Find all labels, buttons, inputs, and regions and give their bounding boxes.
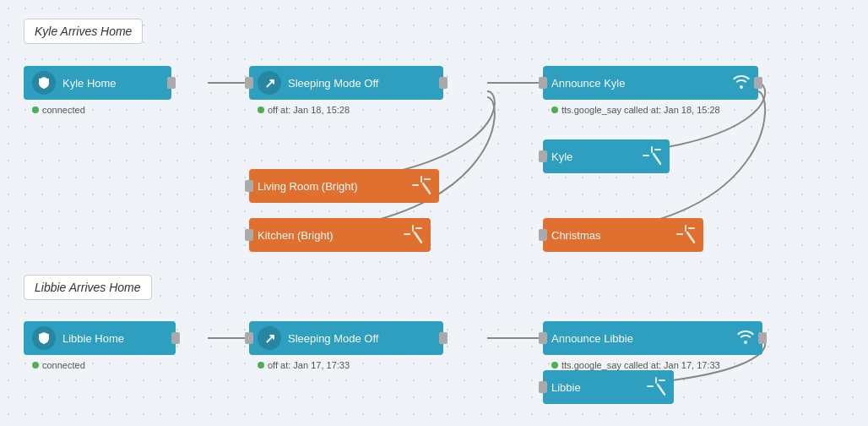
wand-icon-kitchen — [404, 225, 422, 246]
christmas-label: Christmas — [551, 229, 601, 242]
announce-kyle-port-right — [754, 77, 762, 89]
wand-icon-kyle — [643, 146, 661, 167]
sleeping-mode-off-2-node[interactable]: ↗ Sleeping Mode Off off at: Jan 17, 17:3… — [249, 321, 443, 355]
svg-rect-17 — [659, 380, 665, 381]
kyle-node[interactable]: Kyle — [543, 139, 670, 173]
svg-rect-4 — [420, 176, 422, 183]
kyle-port-left — [539, 150, 547, 162]
announce-libbie-status-dot — [551, 362, 558, 369]
libbie-node[interactable]: Libbie — [543, 370, 674, 404]
svg-line-7 — [423, 183, 431, 194]
svg-rect-8 — [412, 225, 414, 232]
living-room-label: Living Room (Bright) — [258, 180, 358, 193]
svg-line-19 — [658, 385, 665, 396]
kyle-home-status-dot — [32, 106, 39, 113]
living-room-node[interactable]: Living Room (Bright) — [249, 169, 439, 203]
flow1-title-label: Kyle Arrives Home — [24, 19, 143, 44]
sleeping-mode-off-1-label: Sleeping Mode Off — [288, 77, 378, 90]
announce-kyle-port-left — [539, 77, 547, 89]
announce-kyle-status: tts.google_say called at: Jan 18, 15:28 — [551, 105, 720, 115]
arrow-up-right-icon: ↗ — [258, 71, 281, 95]
arrow-up-right-icon-2: ↗ — [258, 326, 281, 350]
announce-kyle-label: Announce Kyle — [551, 77, 625, 90]
connections-svg — [0, 0, 868, 426]
kitchen-node[interactable]: Kitchen (Bright) — [249, 218, 431, 252]
libbie-home-status-dot — [32, 362, 39, 369]
svg-rect-14 — [676, 233, 683, 235]
libbie-home-node[interactable]: Libbie Home connected — [24, 321, 176, 355]
svg-rect-6 — [412, 184, 419, 186]
kyle-home-label: Kyle Home — [62, 77, 117, 90]
kyle-home-node[interactable]: Kyle Home connected — [24, 66, 171, 100]
sleeping-mode-off-2-status-dot — [258, 362, 264, 369]
svg-rect-2 — [643, 155, 649, 156]
shield-icon — [32, 71, 56, 95]
svg-rect-5 — [424, 178, 431, 180]
wifi-icon-announce-kyle — [733, 75, 750, 91]
libbie-port-left — [539, 381, 547, 393]
svg-line-11 — [415, 232, 422, 243]
sleeping-mode-off-1-status-dot — [258, 106, 264, 113]
svg-rect-12 — [685, 225, 686, 232]
sleeping-mode-off-2-status: off at: Jan 17, 17:33 — [258, 360, 350, 370]
libbie-home-port-right — [171, 332, 180, 344]
announce-libbie-status: tts.google_say called at: Jan 17, 17:33 — [551, 360, 720, 370]
living-room-port-left — [245, 180, 253, 192]
svg-line-3 — [654, 154, 661, 165]
christmas-port-left — [539, 229, 547, 241]
wifi-icon-announce-libbie — [737, 330, 754, 347]
announce-libbie-port-right — [758, 332, 767, 344]
sleeping-mode-off-2-label: Sleeping Mode Off — [288, 332, 378, 345]
flow2-title-label: Libbie Arrives Home — [24, 275, 152, 300]
announce-libbie-port-left — [539, 332, 547, 344]
svg-rect-16 — [655, 377, 657, 384]
svg-rect-9 — [415, 227, 422, 229]
kyle-label: Kyle — [551, 150, 572, 163]
svg-rect-0 — [651, 146, 653, 153]
libbie-label: Libbie — [551, 381, 581, 394]
sleeping-mode-off-2-port-left — [245, 332, 253, 344]
libbie-home-label: Libbie Home — [62, 332, 124, 345]
sleeping-mode-off-1-port-left — [245, 77, 253, 89]
svg-rect-10 — [404, 233, 410, 235]
kitchen-label: Kitchen (Bright) — [258, 229, 334, 242]
svg-rect-1 — [654, 149, 661, 150]
svg-line-15 — [687, 232, 695, 243]
sleeping-mode-off-1-status: off at: Jan 18, 15:28 — [258, 105, 350, 115]
libbie-home-status: connected — [32, 360, 85, 370]
kyle-home-status: connected — [32, 105, 85, 115]
wand-icon-christmas — [676, 225, 695, 246]
announce-kyle-status-dot — [551, 106, 558, 113]
shield-icon-libbie — [32, 326, 56, 350]
christmas-node[interactable]: Christmas — [543, 218, 703, 252]
wand-icon-libbie — [647, 377, 665, 398]
sleeping-mode-off-1-node[interactable]: ↗ Sleeping Mode Off off at: Jan 18, 15:2… — [249, 66, 443, 100]
sleeping-mode-off-2-port-right — [439, 332, 448, 344]
flow-canvas: Kyle Arrives Home Kyle Home connected ↗ … — [0, 0, 868, 426]
announce-kyle-node[interactable]: Announce Kyle tts.google_say called at: … — [543, 66, 758, 100]
announce-libbie-node[interactable]: Announce Libbie tts.google_say called at… — [543, 321, 762, 355]
sleeping-mode-off-1-port-right — [439, 77, 448, 89]
svg-rect-13 — [688, 227, 695, 229]
kitchen-port-left — [245, 229, 253, 241]
announce-libbie-label: Announce Libbie — [551, 332, 633, 345]
svg-rect-18 — [647, 385, 654, 387]
wand-icon-living-room — [412, 176, 431, 197]
kyle-home-port-right — [167, 77, 176, 89]
